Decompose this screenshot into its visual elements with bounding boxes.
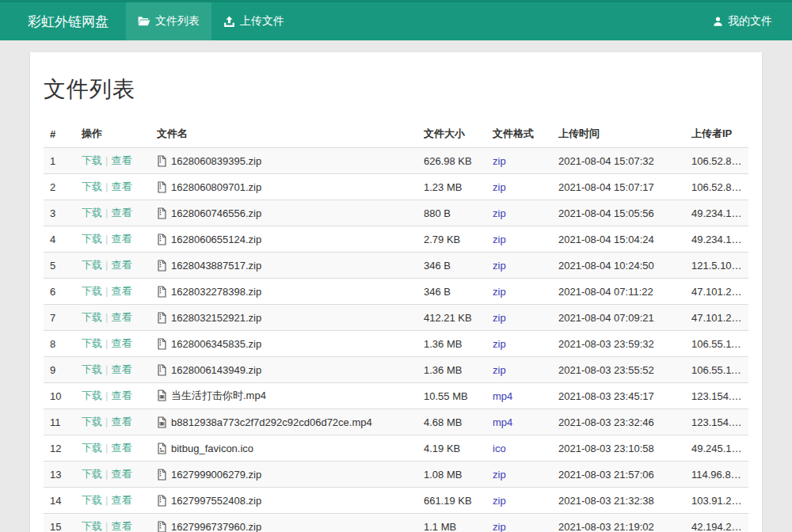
file-table-body: 1 下载|查看 1628060839395.zip 626.98 KB zip … [44, 148, 748, 532]
download-link[interactable]: 下载 [82, 285, 102, 297]
row-size: 10.55 MB [417, 383, 486, 409]
download-link[interactable]: 下载 [82, 442, 102, 454]
row-format: ico [486, 435, 552, 462]
view-link[interactable]: 查看 [111, 520, 131, 532]
upload-icon [223, 16, 235, 28]
download-link[interactable]: 下载 [82, 207, 102, 218]
tab-file-list-label: 文件列表 [155, 14, 200, 28]
view-link[interactable]: 查看 [111, 207, 131, 218]
view-link[interactable]: 查看 [111, 180, 131, 192]
format-link[interactable]: zip [493, 181, 506, 193]
table-row: 5 下载|查看 1628043887517.zip 346 B zip 2021… [44, 253, 748, 279]
row-actions: 下载|查看 [75, 331, 150, 357]
format-link[interactable]: zip [493, 312, 506, 324]
view-link[interactable]: 查看 [111, 337, 131, 349]
filename-text: 1627997552408.zip [171, 495, 261, 507]
format-link[interactable]: zip [493, 207, 506, 219]
view-link[interactable]: 查看 [111, 442, 131, 454]
row-index: 9 [44, 357, 75, 383]
file-archive-icon [157, 234, 167, 245]
row-upload-time: 2021-08-04 15:07:32 [552, 148, 685, 174]
format-link[interactable]: zip [493, 521, 506, 532]
row-index: 10 [44, 383, 75, 409]
download-link[interactable]: 下载 [82, 259, 102, 271]
my-files-link[interactable]: 我的文件 [693, 2, 792, 40]
col-header-actions: 操作 [75, 120, 150, 148]
format-link[interactable]: zip [493, 286, 506, 298]
view-link[interactable]: 查看 [111, 390, 131, 401]
filename-text: 1628032278398.zip [171, 286, 261, 298]
download-link[interactable]: 下载 [82, 233, 102, 245]
download-link[interactable]: 下载 [82, 311, 102, 323]
format-link[interactable]: zip [493, 364, 506, 376]
tab-file-list[interactable]: 文件列表 [126, 2, 211, 40]
my-files-label: 我的文件 [728, 14, 772, 28]
row-size: 346 B [417, 253, 486, 279]
table-row: 6 下载|查看 1628032278398.zip 346 B zip 2021… [44, 279, 748, 305]
download-link[interactable]: 下载 [82, 416, 102, 428]
row-upload-time: 2021-08-04 15:04:24 [552, 226, 685, 253]
file-archive-icon [157, 312, 167, 324]
format-link[interactable]: zip [493, 495, 506, 507]
view-link[interactable]: 查看 [111, 154, 131, 166]
row-format: zip [486, 514, 552, 532]
format-link[interactable]: zip [493, 234, 506, 245]
view-link[interactable]: 查看 [111, 311, 131, 323]
file-archive-icon [157, 338, 167, 350]
row-filename: 1628060809701.zip [150, 174, 417, 200]
row-size: 4.68 MB [417, 409, 486, 435]
row-index: 7 [44, 305, 75, 331]
format-link[interactable]: mp4 [493, 390, 512, 402]
file-video-icon [157, 390, 167, 401]
row-size: 412.21 KB [417, 305, 486, 331]
row-filename: 1628043887517.zip [150, 253, 417, 279]
row-filename: 1628032152921.zip [150, 305, 417, 331]
row-index: 6 [44, 279, 75, 305]
download-link[interactable]: 下载 [82, 154, 102, 166]
row-filename: bitbug_favicon.ico [150, 435, 417, 462]
download-link[interactable]: 下载 [82, 180, 102, 192]
download-link[interactable]: 下载 [82, 390, 102, 401]
table-row: 10 下载|查看 当生活打击你时.mp4 10.55 MB mp4 2021-0… [44, 383, 748, 409]
row-upload-time: 2021-08-04 07:09:21 [552, 305, 685, 331]
col-header-index: # [44, 120, 75, 148]
col-header-upload-time: 上传时间 [552, 120, 685, 148]
download-link[interactable]: 下载 [82, 363, 102, 375]
action-separator: | [105, 442, 108, 454]
format-link[interactable]: zip [493, 338, 506, 350]
format-link[interactable]: zip [493, 469, 506, 481]
row-uploader-ip: 114.96.87.* [685, 462, 748, 488]
view-link[interactable]: 查看 [111, 416, 131, 428]
row-uploader-ip: 121.5.108.* [685, 253, 748, 279]
brand[interactable]: 彩虹外链网盘 [0, 2, 126, 40]
filename-text: 1628060809701.zip [171, 181, 261, 193]
file-archive-icon [157, 207, 167, 219]
format-link[interactable]: zip [493, 260, 506, 272]
table-row: 8 下载|查看 1628006345835.zip 1.36 MB zip 20… [44, 331, 748, 357]
row-size: 346 B [417, 279, 486, 305]
view-link[interactable]: 查看 [111, 468, 131, 480]
row-index: 1 [44, 148, 75, 174]
format-link[interactable]: mp4 [493, 416, 512, 428]
row-uploader-ip: 123.154.198.* [685, 383, 748, 409]
download-link[interactable]: 下载 [82, 520, 102, 532]
tab-upload[interactable]: 上传文件 [211, 2, 296, 40]
view-link[interactable]: 查看 [111, 494, 131, 506]
action-separator: | [105, 494, 108, 506]
table-row: 15 下载|查看 1627996737960.zip 1.1 MB zip 20… [44, 514, 748, 532]
filename-text: 1628032152921.zip [171, 312, 261, 324]
row-upload-time: 2021-08-03 23:55:52 [552, 357, 685, 383]
row-actions: 下载|查看 [75, 253, 150, 279]
download-link[interactable]: 下载 [82, 337, 102, 349]
view-link[interactable]: 查看 [111, 363, 131, 375]
format-link[interactable]: ico [493, 443, 506, 454]
view-link[interactable]: 查看 [111, 285, 131, 297]
download-link[interactable]: 下载 [82, 468, 102, 480]
row-format: zip [486, 279, 552, 305]
download-link[interactable]: 下载 [82, 494, 102, 506]
view-link[interactable]: 查看 [111, 233, 131, 245]
row-actions: 下载|查看 [75, 305, 150, 331]
format-link[interactable]: zip [493, 155, 506, 167]
view-link[interactable]: 查看 [111, 259, 131, 271]
row-uploader-ip: 103.91.211.* [685, 488, 748, 514]
